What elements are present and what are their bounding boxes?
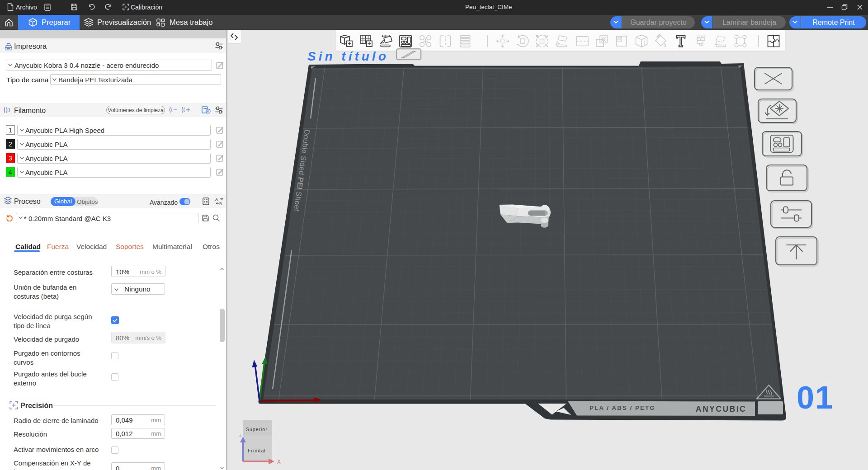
svg-text:B: B — [219, 202, 222, 206]
svg-text:z: z — [239, 432, 241, 437]
svg-text:PLA / ABS / PETG: PLA / ABS / PETG — [590, 404, 656, 411]
svg-text:A: A — [215, 197, 218, 202]
svg-text:ANYCUBIC: ANYCUBIC — [696, 404, 746, 414]
svg-text:X: X — [277, 459, 281, 465]
